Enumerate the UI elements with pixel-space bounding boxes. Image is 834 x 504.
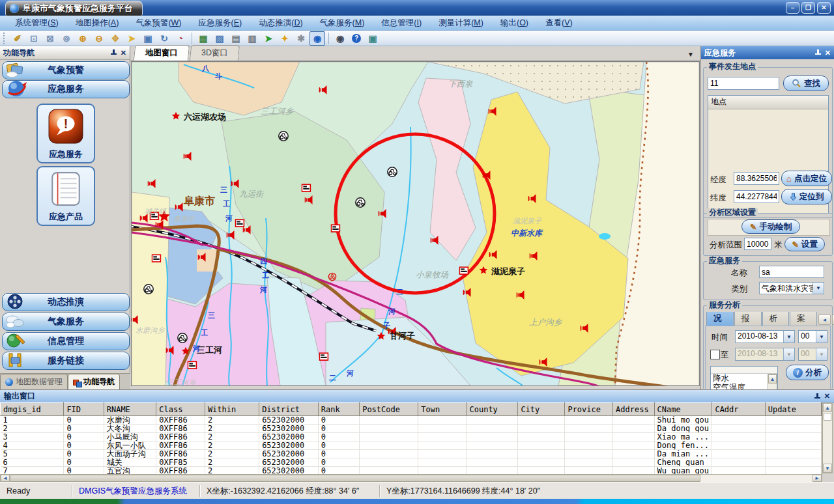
menu-item[interactable]: 动态推演(D)	[250, 16, 311, 30]
sidebar-item-weather-service[interactable]: 气象服务	[2, 313, 130, 331]
export-view-button[interactable]: ▣	[365, 31, 381, 46]
longitude-input[interactable]	[734, 172, 779, 185]
column-header[interactable]: dmgis_id	[1, 403, 64, 416]
table-row[interactable]: 10水磨沟0XFF8626523020000Shui mo gou	[1, 416, 822, 425]
analysis-range-input[interactable]	[744, 238, 771, 250]
globe-tool-button[interactable]: ◉	[309, 31, 325, 46]
column-header[interactable]: PostCode	[360, 403, 418, 416]
dropdown-arrow-icon[interactable]: ▼	[816, 331, 827, 343]
menu-item[interactable]: 查看(V)	[537, 16, 581, 30]
settings-gear-button[interactable]: ✱	[293, 31, 309, 46]
scroll-up-icon[interactable]: ▲	[768, 374, 777, 384]
sidebar-item-service-links[interactable]: 服务链接	[2, 352, 130, 370]
refresh-button[interactable]: ↻	[156, 31, 172, 46]
menu-item[interactable]: 输出(O)	[492, 16, 537, 30]
sidebar-item-weather-warning[interactable]: 气象预警	[2, 61, 130, 79]
select-rect-button[interactable]: ⊡	[26, 31, 42, 46]
event-location-input[interactable]	[708, 77, 779, 90]
pin-icon[interactable]	[111, 49, 117, 56]
service-tab[interactable]: 实况	[706, 312, 734, 326]
help-button[interactable]: ?	[349, 31, 364, 46]
menu-item[interactable]: 气象服务(M)	[311, 16, 373, 30]
restore-button[interactable]: ❐	[801, 2, 815, 14]
tab-function-navigation[interactable]: 功能导航	[68, 374, 120, 389]
zoom-in-button[interactable]: ⊕	[75, 31, 91, 46]
to-checkbox[interactable]	[710, 350, 720, 359]
set-range-button[interactable]: ✎ 设置	[784, 237, 825, 251]
menu-item[interactable]: 系统管理(S)	[7, 16, 67, 30]
location-list-header[interactable]: 地点	[708, 96, 828, 109]
sidebar-item-information-management[interactable]: 信息管理	[2, 332, 130, 350]
pin-icon[interactable]	[815, 49, 821, 56]
column-header[interactable]: City	[518, 403, 565, 416]
output-vertical-scrollbar[interactable]: ▲ ▼	[822, 402, 833, 473]
minimize-button[interactable]: －	[786, 2, 799, 14]
measure-button[interactable]: ✐	[10, 31, 25, 46]
column-header[interactable]: Provice	[565, 403, 613, 416]
column-header[interactable]: Within	[205, 403, 259, 416]
menu-item[interactable]: 测量计算(M)	[430, 16, 492, 30]
column-header[interactable]: CName	[654, 403, 712, 416]
print-button[interactable]: ▤	[228, 31, 244, 46]
column-header[interactable]: Town	[418, 403, 467, 416]
column-header[interactable]: Rank	[318, 403, 359, 416]
map-tab[interactable]: 3D窗口	[190, 45, 240, 61]
menu-item[interactable]: 气象预警(W)	[127, 16, 190, 30]
scroll-right-icon[interactable]: ►	[812, 475, 822, 482]
map-window-dropdown-icon[interactable]: ▼	[687, 51, 694, 58]
hour-select[interactable]: 00 ▼	[798, 330, 827, 343]
scrollbar-thumb[interactable]	[10, 475, 700, 482]
menu-item[interactable]: 地图操作(A)	[67, 16, 128, 30]
locate-by-click-button[interactable]: ⌂ 点击定位	[781, 171, 832, 186]
select-circle-button[interactable]: ⊚	[59, 31, 74, 46]
table-row[interactable]: 50大面场子沟0XFF8626523020000Da mian ...	[1, 450, 822, 458]
zoom-out-button[interactable]: ⊖	[91, 31, 107, 46]
identify-button[interactable]: ◔	[173, 31, 188, 46]
service-name-input[interactable]	[759, 266, 824, 278]
place-marker-button[interactable]: ✦	[277, 31, 293, 46]
menu-item[interactable]: 信息管理(I)	[373, 16, 430, 30]
scroll-down-icon[interactable]: ▼	[823, 464, 832, 473]
image-export-button[interactable]: ▨	[212, 31, 227, 46]
column-header[interactable]: Class	[156, 403, 205, 416]
map-canvas[interactable]: 八斗六运湖农场三工河乡下西泉九运街阜康市城关镇阜康市滋泥泉子中新水库滋泥泉子小泉…	[131, 61, 700, 386]
table-row[interactable]: 30小马厩沟0XFF8626523020000Xiao ma ...	[1, 433, 822, 441]
column-header[interactable]: County	[467, 403, 518, 416]
table-row[interactable]: 40东风一小队0XFF8626523020000Dong fen...	[1, 441, 822, 450]
tab-scroll-left-icon[interactable]: ◄	[818, 315, 831, 325]
to-hour-select[interactable]: 00 ▼	[798, 348, 827, 361]
pointer-button[interactable]: ➤	[124, 31, 139, 46]
service-tab[interactable]: 预案	[790, 312, 817, 326]
column-header[interactable]: RNAME	[104, 403, 156, 416]
close-panel-icon[interactable]: ✕	[824, 393, 830, 400]
map-layers-button[interactable]: ▦	[195, 31, 211, 46]
column-header[interactable]: CAddr	[712, 403, 765, 416]
category-select[interactable]: 气象和洪水灾害 ▼	[759, 282, 824, 294]
full-extent-button[interactable]: ▣	[140, 31, 156, 46]
tab-map-data-management[interactable]: 地图数据管理	[0, 374, 68, 389]
sidebar-item-emergency-service[interactable]: 应急服务	[2, 80, 130, 98]
print-map-button[interactable]: ▥	[244, 31, 260, 46]
map-tab[interactable]: 地图窗口	[134, 45, 190, 61]
dropdown-arrow-icon[interactable]: ▼	[783, 331, 794, 343]
service-tab[interactable]: 分析	[762, 312, 790, 326]
select-lasso-button[interactable]: ⊠	[42, 31, 58, 46]
dropdown-arrow-icon[interactable]: ▼	[812, 283, 824, 294]
toolbar-grip[interactable]	[3, 33, 7, 44]
column-header[interactable]: Address	[613, 403, 655, 416]
to-date-select[interactable]: 2010-08-13 ▼	[735, 348, 795, 361]
table-row[interactable]: 60城关0XFF8526523020000Cheng guan	[1, 458, 822, 467]
date-select[interactable]: 2010-08-13 ▼	[735, 330, 795, 343]
scrollbar-thumb[interactable]	[824, 413, 831, 421]
analyze-button[interactable]: i 分析	[786, 365, 829, 380]
table-row[interactable]: 70五官沟0XFF8626523020000Wu guan gou	[1, 467, 822, 475]
manual-draw-button[interactable]: ✎ 手动绘制	[741, 219, 800, 234]
list-scrollbar[interactable]: ▲	[768, 374, 777, 391]
table-row[interactable]: 20大冬沟0XFF8626523020000Da dong gou	[1, 425, 822, 433]
taskbar-strip[interactable]	[0, 499, 834, 504]
eye-button[interactable]: ◉	[332, 31, 348, 46]
column-header[interactable]: FID	[64, 403, 104, 416]
pin-icon[interactable]	[814, 393, 820, 400]
close-panel-icon[interactable]: ✕	[121, 49, 126, 57]
column-header[interactable]: Update	[765, 403, 821, 416]
